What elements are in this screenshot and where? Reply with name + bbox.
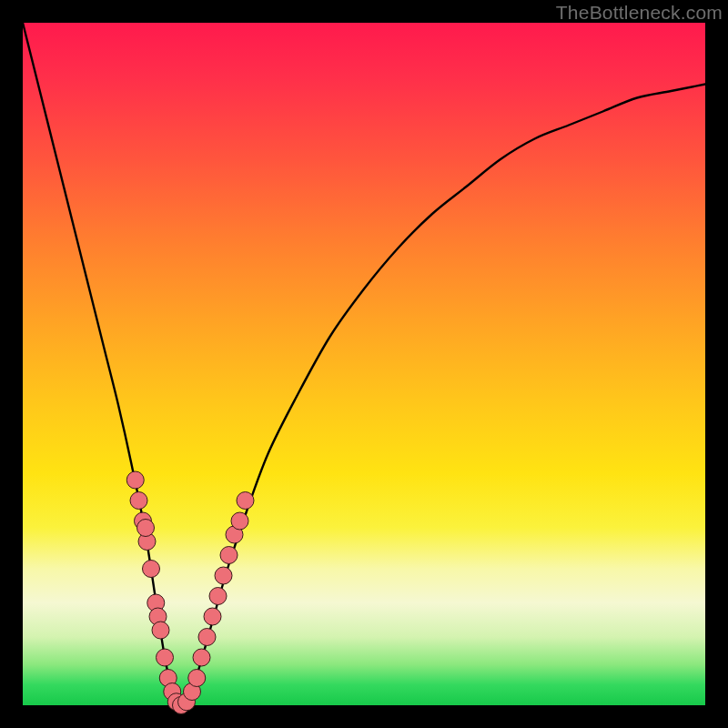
highlight-dot <box>237 492 254 510</box>
highlight-dot <box>152 622 169 639</box>
highlight-dot <box>231 512 248 530</box>
highlight-dot <box>193 649 210 666</box>
highlight-dot <box>204 608 221 625</box>
highlight-dot <box>220 547 238 564</box>
watermark-text: TheBottleneck.com <box>556 2 723 24</box>
plot-area <box>23 23 705 705</box>
highlight-dot <box>143 561 160 578</box>
highlight-dot <box>198 629 216 646</box>
highlight-dot <box>157 649 174 666</box>
highlight-dot <box>130 492 147 510</box>
highlight-dot <box>137 520 155 537</box>
chart-frame: TheBottleneck.com <box>0 0 728 728</box>
highlight-dot <box>215 567 232 584</box>
highlight-dots-group <box>126 471 254 714</box>
highlight-dot <box>188 670 206 687</box>
curve-path-group <box>23 23 705 705</box>
bottleneck-curve-svg <box>23 23 705 705</box>
highlight-dot <box>126 471 144 489</box>
bottleneck-curve-path <box>23 23 705 705</box>
highlight-dot <box>209 588 227 605</box>
